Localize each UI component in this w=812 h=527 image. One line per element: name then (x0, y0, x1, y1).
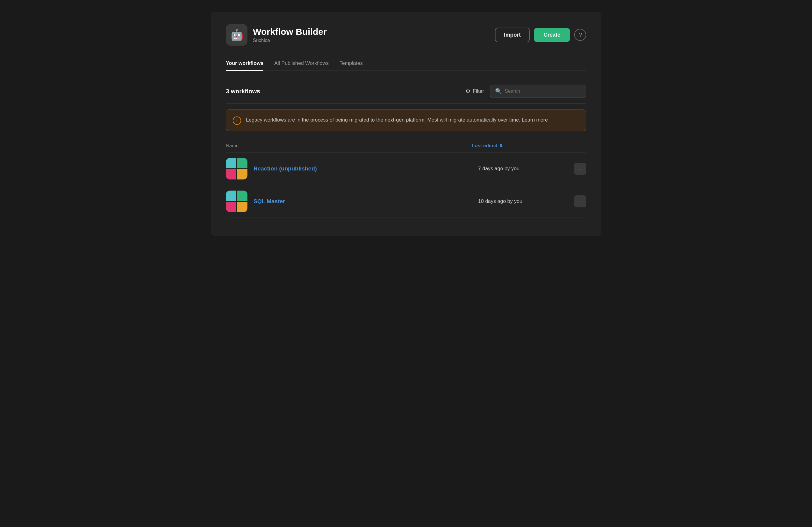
filter-icon: ⚙ (465, 88, 470, 94)
workflow-icon-reaction (226, 158, 247, 179)
warning-text: Legacy workflows are in the process of b… (246, 116, 548, 124)
filter-button[interactable]: ⚙ Filter (465, 88, 484, 94)
app-title-group: Workflow Builder Suchica (253, 26, 327, 43)
search-input[interactable] (505, 89, 581, 94)
icon-quad-tr (237, 158, 248, 168)
workflow-edited-reaction: 7 days ago by you (478, 166, 574, 172)
more-icon: ··· (577, 165, 583, 172)
sort-icon: ⇅ (499, 144, 503, 148)
header-left: 🤖 Workflow Builder Suchica (226, 24, 327, 46)
search-box: 🔍 (490, 85, 586, 98)
table-header: Name Last edited ⇅ (226, 139, 586, 152)
more-icon: ··· (577, 198, 583, 205)
tab-your-workflows[interactable]: Your workflows (226, 57, 263, 71)
icon-quad-br (237, 169, 248, 180)
icon-quad-bl (226, 202, 236, 212)
app-title: Workflow Builder (253, 26, 327, 37)
learn-more-link[interactable]: Learn more (522, 117, 548, 123)
workflow-more-button-reaction[interactable]: ··· (574, 163, 586, 175)
workflow-info-sql: SQL Master (253, 198, 478, 205)
app-container: 🤖 Workflow Builder Suchica Import Create… (211, 12, 601, 236)
help-icon: ? (578, 31, 582, 39)
workflow-icon-sql (226, 191, 247, 212)
search-icon: 🔍 (495, 88, 502, 94)
workflow-name-reaction: Reaction (unpublished) (253, 165, 317, 172)
import-button[interactable]: Import (495, 28, 530, 42)
toolbar-right: ⚙ Filter 🔍 (465, 85, 586, 98)
icon-quad-tl (226, 191, 236, 201)
workflow-edited-sql: 10 days ago by you (478, 198, 574, 205)
icon-quad-br (237, 202, 248, 212)
tabs: Your workflows All Published Workflows T… (226, 57, 586, 71)
workflow-name-sql: SQL Master (253, 198, 285, 205)
col-last-edited-header[interactable]: Last edited ⇅ (472, 143, 568, 149)
workflow-row-sql[interactable]: SQL Master 10 days ago by you ··· (226, 185, 586, 218)
help-button[interactable]: ? (574, 29, 586, 41)
filter-label: Filter (473, 88, 484, 94)
tab-all-published[interactable]: All Published Workflows (274, 57, 329, 71)
header: 🤖 Workflow Builder Suchica Import Create… (226, 24, 586, 46)
workflow-row[interactable]: Reaction (unpublished) 7 days ago by you… (226, 152, 586, 185)
icon-quad-bl (226, 169, 236, 180)
tab-templates[interactable]: Templates (339, 57, 362, 71)
app-subtitle: Suchica (253, 38, 327, 43)
workflow-more-button-sql[interactable]: ··· (574, 195, 586, 207)
col-name-header: Name (226, 143, 472, 149)
workflow-count: 3 workflows (226, 88, 260, 95)
icon-quad-tr (237, 191, 248, 201)
app-icon: 🤖 (226, 24, 247, 46)
header-right: Import Create ? (495, 28, 586, 42)
warning-info-icon: i (233, 117, 241, 125)
icon-quad-tl (226, 158, 236, 168)
create-button[interactable]: Create (534, 28, 570, 42)
toolbar: 3 workflows ⚙ Filter 🔍 (226, 79, 586, 104)
warning-banner: i Legacy workflows are in the process of… (226, 109, 586, 131)
workflow-info-reaction: Reaction (unpublished) (253, 165, 478, 172)
